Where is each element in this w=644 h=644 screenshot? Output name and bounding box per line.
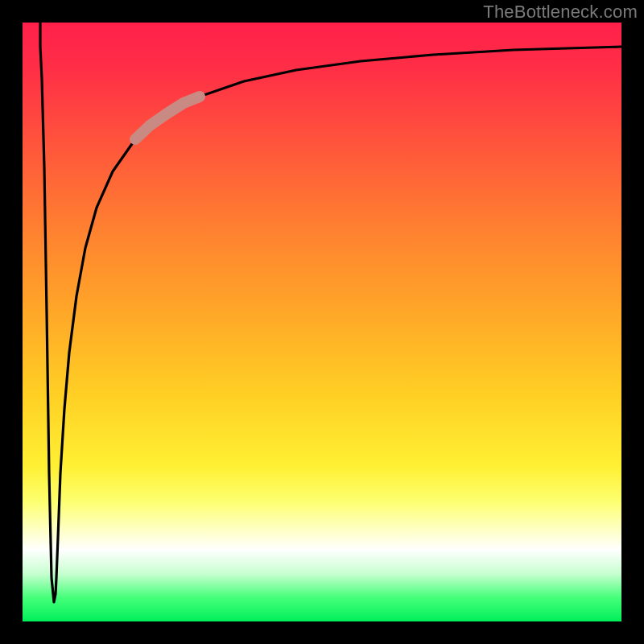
bottleneck-curve: [23, 23, 621, 621]
curve-path: [40, 23, 621, 602]
highlight-segment-path: [135, 97, 200, 139]
watermark-text: TheBottleneck.com: [483, 2, 638, 23]
chart-frame: TheBottleneck.com: [0, 0, 644, 644]
plot-area: [23, 23, 621, 621]
